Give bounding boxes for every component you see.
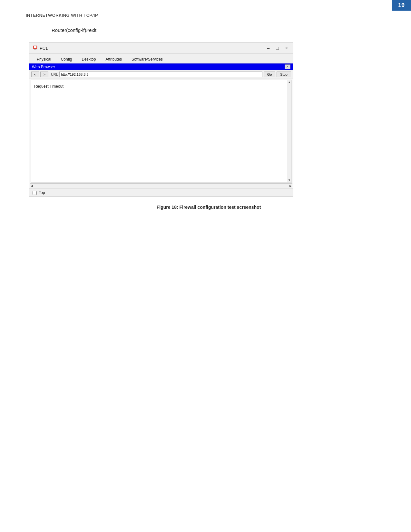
scroll-right-arrow[interactable]: ▶ [289, 184, 292, 188]
tab-config[interactable]: Config [56, 55, 77, 63]
simulator-title: PC1 [40, 46, 48, 51]
browser-viewport: Request Timeout ▲ ▼ ◀ ▶ [30, 80, 292, 188]
url-bar: < > URL Go Stop [29, 70, 293, 79]
stop-button[interactable]: Stop [277, 72, 291, 77]
browser-content-text: Request Timeout [34, 84, 64, 89]
window-controls: – □ × [265, 45, 290, 51]
simulator-window: PC1 – □ × Physical Config Desktop Attrib… [29, 43, 293, 197]
scroll-up-arrow[interactable]: ▲ [288, 81, 291, 84]
webbrowser-close-button[interactable]: × [285, 64, 290, 69]
figure-caption: Figure 18: Firewall configuration test s… [26, 205, 392, 210]
tab-bar: Physical Config Desktop Attributes Softw… [29, 53, 293, 63]
tab-software-services[interactable]: Software/Services [127, 55, 168, 63]
router-command: Router(config-if)#exit [52, 27, 392, 33]
tab-attributes[interactable]: Attributes [101, 55, 127, 63]
restore-button[interactable]: □ [274, 45, 280, 51]
go-button[interactable]: Go [264, 72, 276, 77]
webbrowser-titlebar: Web Browser × [29, 63, 293, 70]
webbrowser-title: Web Browser [32, 65, 55, 69]
svg-rect-2 [34, 49, 36, 49]
svg-rect-3 [34, 49, 36, 50]
tab-desktop[interactable]: Desktop [77, 55, 101, 63]
bottom-bar: Top [29, 189, 293, 197]
top-checkbox[interactable] [33, 191, 37, 195]
pc-icon [33, 45, 38, 51]
url-input[interactable] [59, 72, 262, 77]
svg-point-4 [35, 48, 35, 48]
vertical-scrollbar[interactable]: ▲ ▼ [287, 80, 291, 182]
simulator-body: Web Browser × < > URL Go Stop Request Ti… [29, 63, 293, 197]
page-number: 19 [392, 0, 411, 11]
tab-physical[interactable]: Physical [32, 55, 56, 63]
minimize-button[interactable]: – [265, 45, 272, 51]
document-title: INTERNETWORKING WITH TCP/IP [26, 13, 392, 18]
browser-content-area: Request Timeout ▲ ▼ [31, 80, 292, 183]
horizontal-scrollbar[interactable]: ◀ ▶ [30, 183, 292, 188]
scroll-left-arrow[interactable]: ◀ [31, 184, 33, 188]
nav-forward-button[interactable]: > [40, 72, 48, 77]
url-label: URL [51, 73, 58, 76]
top-label: Top [39, 190, 45, 195]
simulator-titlebar: PC1 – □ × [29, 43, 293, 53]
window-close-button[interactable]: × [283, 45, 290, 51]
svg-rect-1 [34, 46, 36, 48]
scroll-down-arrow[interactable]: ▼ [288, 179, 291, 182]
nav-back-button[interactable]: < [31, 72, 39, 77]
